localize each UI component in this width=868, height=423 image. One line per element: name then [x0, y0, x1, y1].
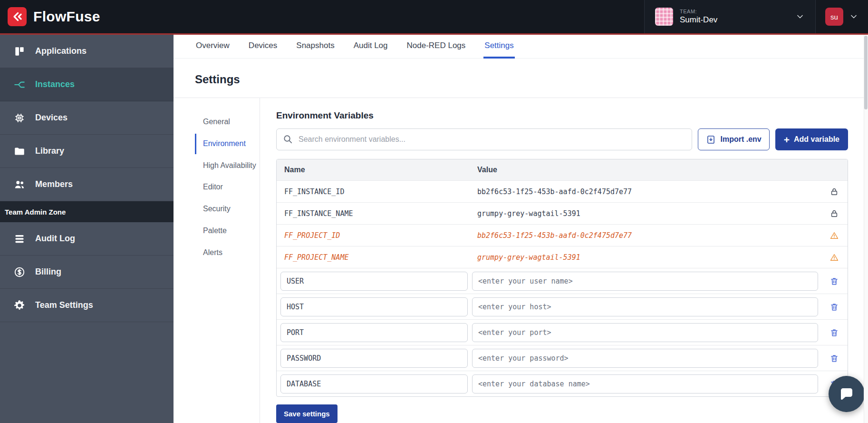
table-row: FF_INSTANCE_ID bb2f6c53-1f25-453b-aafd-0…: [277, 180, 848, 202]
lock-icon: [829, 209, 839, 218]
scrollbar-track[interactable]: [864, 35, 868, 423]
subnav-security[interactable]: Security: [195, 199, 260, 219]
sidebar-item-label: Devices: [35, 113, 68, 123]
page-header: Settings: [174, 59, 868, 98]
search-wrap: [276, 128, 692, 150]
scrollbar-thumb[interactable]: [864, 36, 868, 109]
save-settings-button[interactable]: Save settings: [276, 404, 338, 423]
warning-icon: [829, 253, 839, 262]
tab-overview[interactable]: Overview: [195, 35, 231, 59]
trash-icon[interactable]: [829, 328, 839, 337]
team-label: TEAM:: [680, 9, 717, 15]
env-var-name-input[interactable]: [280, 374, 468, 393]
env-var-value: bb2f6c53-1f25-453b-aafd-0c2f475d7e77: [471, 231, 821, 240]
team-switcher[interactable]: TEAM: Sumit-Dev: [644, 0, 815, 33]
column-header-value: Value: [471, 166, 821, 174]
import-env-button[interactable]: Import .env: [698, 128, 769, 150]
env-var-name-input[interactable]: [280, 297, 468, 316]
layout: Applications Instances Devices Library M…: [0, 35, 868, 423]
sidebar-item-devices[interactable]: Devices: [0, 101, 174, 135]
sidebar-item-label: Library: [35, 146, 64, 156]
sidebar-item-applications[interactable]: Applications: [0, 35, 174, 68]
search-input[interactable]: [276, 128, 692, 150]
instances-icon: [13, 79, 26, 91]
gear-icon: [13, 299, 26, 312]
sidebar-item-label: Instances: [35, 79, 75, 89]
sidebar-item-audit-log[interactable]: Audit Log: [0, 222, 174, 256]
sidebar-item-label: Audit Log: [35, 234, 75, 244]
env-var-name-input[interactable]: [280, 272, 468, 291]
env-var-name: FF_PROJECT_NAME: [277, 253, 471, 262]
table-row: [277, 345, 848, 371]
import-env-label: Import .env: [720, 135, 761, 144]
sidebar-item-team-settings[interactable]: Team Settings: [0, 289, 174, 322]
trash-icon[interactable]: [829, 354, 839, 363]
env-toolbar: Import .env + Add variable: [276, 128, 848, 150]
chat-bubble-icon: [838, 385, 855, 403]
add-variable-label: Add variable: [794, 135, 839, 144]
env-var-value-input[interactable]: [472, 272, 818, 291]
sidebar: Applications Instances Devices Library M…: [0, 35, 174, 423]
env-var-name: FF_INSTANCE_ID: [277, 187, 471, 196]
sidebar-item-billing[interactable]: Billing: [0, 256, 174, 289]
chevron-down-icon: [795, 12, 805, 21]
trash-icon[interactable]: [829, 276, 839, 286]
members-icon: [13, 178, 26, 191]
env-var-name-input[interactable]: [280, 323, 468, 342]
table-row: [277, 371, 848, 396]
env-var-value-input[interactable]: [472, 374, 818, 393]
table-row: FF_PROJECT_NAME grumpy-grey-wagtail-5391: [277, 246, 848, 268]
env-var-name: FF_INSTANCE_NAME: [277, 209, 471, 218]
sidebar-item-label: Billing: [35, 267, 61, 277]
table-row: [277, 294, 848, 319]
subnav-general[interactable]: General: [195, 112, 260, 132]
topbar: FlowFuse TEAM: Sumit-Dev su: [0, 0, 868, 33]
env-var-name-input[interactable]: [280, 349, 468, 368]
env-var-name: FF_PROJECT_ID: [277, 231, 471, 240]
audit-log-icon: [13, 233, 26, 245]
dollar-circle-icon: [13, 266, 26, 278]
team-text: TEAM: Sumit-Dev: [680, 9, 717, 25]
subnav-high-availability[interactable]: High Availability: [195, 156, 260, 176]
env-var-value-input[interactable]: [472, 323, 818, 342]
sidebar-item-instances[interactable]: Instances: [0, 68, 174, 101]
sidebar-item-members[interactable]: Members: [0, 168, 174, 201]
tab-snapshots[interactable]: Snapshots: [295, 35, 335, 59]
subnav-environment[interactable]: Environment: [195, 134, 260, 154]
home-link[interactable]: FlowFuse: [0, 7, 100, 26]
subnav-palette[interactable]: Palette: [195, 221, 260, 241]
environment-panel: Environment Variables Import .env: [260, 98, 868, 423]
tab-audit-log[interactable]: Audit Log: [353, 35, 389, 59]
team-avatar: [655, 8, 673, 26]
sidebar-item-label: Applications: [35, 46, 87, 56]
env-var-value-input[interactable]: [472, 349, 818, 368]
env-var-value: grumpy-grey-wagtail-5391: [471, 209, 821, 218]
settings-subnav: General Environment High Availability Ed…: [195, 98, 260, 423]
team-name: Sumit-Dev: [680, 15, 717, 25]
table-header: Name Value: [277, 159, 848, 180]
user-menu[interactable]: su: [815, 0, 868, 33]
subnav-editor[interactable]: Editor: [195, 177, 260, 197]
instance-tabs: Overview Devices Snapshots Audit Log Nod…: [174, 35, 868, 59]
env-var-value: grumpy-grey-wagtail-5391: [471, 253, 821, 262]
env-var-value-input[interactable]: [472, 297, 818, 316]
topbar-right: TEAM: Sumit-Dev su: [644, 0, 868, 33]
import-file-icon: [706, 135, 716, 145]
applications-icon: [13, 45, 26, 58]
devices-icon: [13, 112, 26, 124]
user-avatar: su: [825, 8, 843, 26]
main-content: Overview Devices Snapshots Audit Log Nod…: [174, 35, 868, 423]
add-variable-button[interactable]: + Add variable: [775, 128, 848, 150]
tab-settings[interactable]: Settings: [483, 35, 514, 59]
env-variables-table: Name Value FF_INSTANCE_ID bb2f6c53-1f25-…: [276, 159, 848, 397]
lock-icon: [829, 187, 839, 197]
tab-node-red-logs[interactable]: Node-RED Logs: [406, 35, 467, 59]
chat-widget-button[interactable]: [829, 376, 865, 412]
tab-devices[interactable]: Devices: [248, 35, 278, 59]
sidebar-item-label: Team Settings: [35, 300, 93, 310]
column-header-name: Name: [277, 166, 471, 174]
trash-icon[interactable]: [829, 302, 839, 312]
sidebar-item-library[interactable]: Library: [0, 135, 174, 168]
subnav-alerts[interactable]: Alerts: [195, 243, 260, 263]
plus-icon: +: [784, 135, 790, 145]
